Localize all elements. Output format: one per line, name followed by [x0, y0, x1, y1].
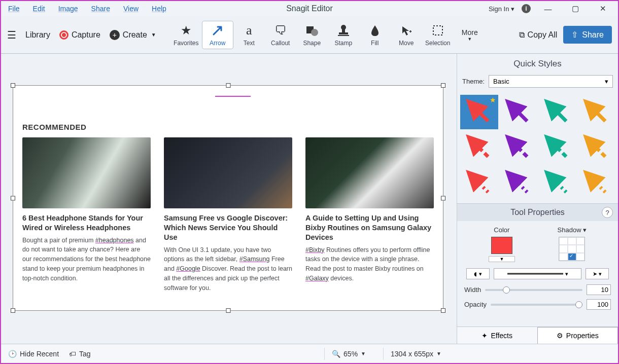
tool-move[interactable]: Move	[391, 21, 422, 49]
tool-text[interactable]: aText	[233, 21, 265, 49]
svg-rect-6	[433, 26, 442, 35]
create-button[interactable]: +Create▼	[110, 30, 156, 40]
svg-line-18	[588, 175, 605, 192]
color-swatch[interactable]	[491, 237, 512, 254]
svg-line-10	[588, 104, 605, 121]
style-swatch[interactable]	[538, 130, 576, 165]
style-swatch[interactable]	[460, 130, 498, 165]
canvas-area[interactable]: RECOMMENDED 6 Best Headphone Stands for …	[1, 54, 457, 344]
style-swatch[interactable]: ★	[460, 95, 498, 129]
resize-handle[interactable]	[441, 308, 445, 313]
canvas[interactable]: RECOMMENDED 6 Best Headphone Stands for …	[13, 85, 443, 311]
opacity-input[interactable]	[587, 299, 611, 310]
width-slider[interactable]	[485, 289, 582, 291]
svg-line-14	[588, 139, 605, 157]
tool-fill[interactable]: Fill	[359, 21, 391, 49]
style-swatch[interactable]	[499, 130, 537, 165]
line-style[interactable]: ▾	[494, 268, 581, 279]
style-swatch[interactable]	[538, 166, 576, 200]
color-label: Color	[494, 226, 509, 234]
resize-handle[interactable]	[441, 196, 445, 200]
hashtag-link[interactable]: #Google	[176, 265, 200, 272]
tag-button[interactable]: 🏷Tag	[69, 350, 91, 358]
color-dropdown[interactable]: ▼	[489, 256, 515, 262]
properties-tab[interactable]: ⚙Properties	[537, 327, 618, 344]
menu-help[interactable]: Help	[150, 4, 168, 14]
resize-handle[interactable]	[11, 83, 15, 88]
line-end-style[interactable]: ➤ ▾	[586, 268, 609, 279]
tool-callout[interactable]: 🗨Callout	[265, 21, 296, 49]
star-icon: ★	[181, 23, 192, 38]
stamp-icon	[338, 23, 349, 38]
callout-icon: 🗨	[274, 23, 287, 38]
tool-selection[interactable]: Selection	[422, 21, 454, 49]
share-button[interactable]: ⇧Share	[563, 26, 612, 44]
menubar: File Edit Image Share View Help Snagit E…	[1, 1, 618, 16]
window-minimize[interactable]: —	[538, 2, 558, 15]
hashtag-link[interactable]: #headphones	[95, 237, 134, 244]
svg-point-1	[311, 29, 318, 36]
resize-handle[interactable]	[11, 308, 15, 313]
recommended-heading: RECOMMENDED	[22, 123, 434, 131]
hashtag-link[interactable]: #Samsung	[239, 256, 270, 263]
info-icon[interactable]: i	[522, 4, 531, 13]
menu-image[interactable]: Image	[56, 4, 80, 14]
style-swatch[interactable]	[460, 166, 498, 200]
opacity-slider[interactable]	[491, 304, 582, 306]
copy-all-button[interactable]: ⧉Copy All	[519, 30, 558, 40]
resize-handle[interactable]	[226, 308, 230, 313]
resize-handle[interactable]	[11, 196, 15, 200]
fill-icon	[369, 23, 381, 38]
menu-view[interactable]: View	[121, 4, 141, 14]
wand-icon: ✦	[482, 332, 488, 340]
tool-arrow[interactable]: Arrow	[202, 21, 233, 49]
zoom-control[interactable]: 🔍65%▼	[324, 348, 373, 360]
width-label: Width	[464, 286, 481, 294]
window-maximize[interactable]: ▢	[565, 2, 586, 15]
effects-tab[interactable]: ✦Effects	[457, 327, 537, 344]
style-swatch[interactable]	[499, 166, 537, 200]
article-title: Samsung Free vs Google Discover: Which N…	[164, 213, 292, 242]
dimensions-display[interactable]: 1304 x 655px▼	[383, 348, 449, 360]
capture-button[interactable]: Capture	[59, 30, 100, 40]
article-excerpt: #Bixby Routines offers you to perform of…	[305, 245, 434, 283]
search-icon: 🔍	[332, 350, 340, 358]
window-close[interactable]: ✕	[593, 2, 613, 15]
svg-line-15	[471, 175, 488, 192]
shadow-label[interactable]: Shadow ▾	[558, 226, 587, 234]
menu-file[interactable]: File	[6, 4, 22, 14]
theme-select[interactable]: Basic▾	[489, 75, 613, 88]
width-input[interactable]	[587, 284, 611, 295]
tool-stamp[interactable]: Stamp	[328, 21, 359, 49]
hashtag-link[interactable]: #Galaxy	[305, 275, 329, 282]
svg-line-7	[471, 104, 488, 121]
menu-share[interactable]: Share	[89, 4, 112, 14]
svg-line-9	[549, 104, 566, 121]
resize-handle[interactable]	[226, 83, 230, 88]
more-button[interactable]: More▼	[462, 28, 478, 42]
star-icon: ★	[490, 96, 496, 104]
hamburger-icon[interactable]: ☰	[7, 29, 16, 41]
resize-handle[interactable]	[441, 83, 445, 88]
style-swatch[interactable]	[538, 95, 576, 129]
text-icon: a	[246, 23, 252, 38]
hide-recent-button[interactable]: 🕑Hide Recent	[8, 350, 59, 358]
article-thumbnail	[305, 137, 434, 208]
right-panel: Quick Styles Theme: Basic▾ ★ Tool Proper…	[457, 54, 618, 344]
style-swatch[interactable]	[577, 166, 615, 200]
tool-favorites[interactable]: ★Favorites	[170, 21, 202, 49]
article-title: A Guide to Setting Up and Using Bixby Ro…	[305, 213, 434, 242]
menu-edit[interactable]: Edit	[31, 4, 47, 14]
style-swatch[interactable]	[577, 130, 615, 165]
shadow-position-grid[interactable]	[559, 237, 585, 261]
svg-line-8	[510, 104, 527, 121]
hashtag-link[interactable]: #Bixby	[305, 246, 325, 253]
style-swatch[interactable]	[499, 95, 537, 129]
line-start-style[interactable]: ◖ ▾	[466, 268, 490, 279]
svg-line-17	[549, 175, 566, 192]
library-button[interactable]: Library	[25, 30, 50, 40]
help-icon[interactable]: ?	[602, 207, 613, 218]
signin-button[interactable]: Sign In ▾	[489, 5, 514, 13]
tool-shape[interactable]: Shape	[296, 21, 328, 49]
style-swatch[interactable]	[577, 95, 615, 129]
